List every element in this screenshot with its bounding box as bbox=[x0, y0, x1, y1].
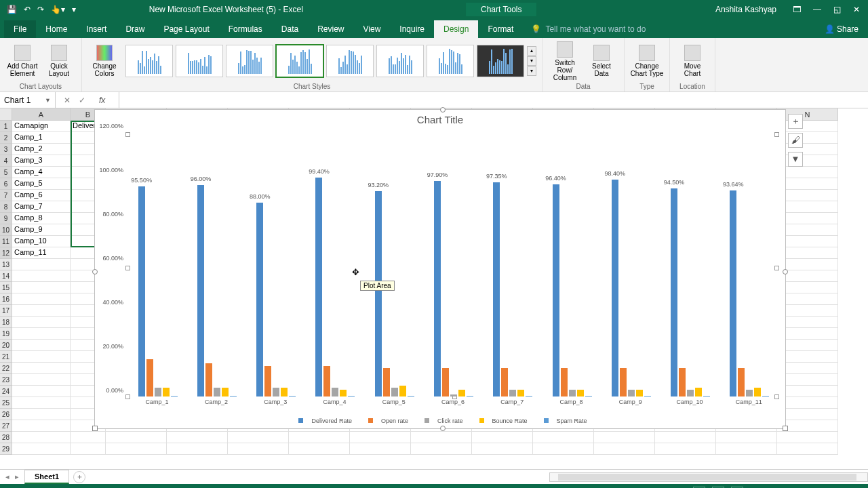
change-colors-button[interactable]: Change Colors bbox=[87, 41, 121, 81]
cell[interactable] bbox=[12, 270, 71, 282]
cell[interactable] bbox=[12, 293, 71, 305]
column-header[interactable]: A bbox=[12, 108, 71, 121]
cell[interactable]: Camp_2 bbox=[12, 144, 71, 155]
cell[interactable] bbox=[777, 236, 838, 247]
row-header[interactable]: 9 bbox=[0, 213, 12, 224]
gallery-down-button[interactable]: ▾ bbox=[527, 56, 536, 66]
row-header[interactable]: 11 bbox=[0, 236, 12, 247]
cell[interactable] bbox=[777, 317, 838, 328]
row-header[interactable]: 1 bbox=[0, 121, 12, 132]
cell[interactable] bbox=[777, 409, 838, 420]
row-header[interactable]: 6 bbox=[0, 178, 12, 190]
chart-style-thumb[interactable] bbox=[226, 45, 273, 77]
minimize-icon[interactable]: — bbox=[813, 5, 821, 14]
chart-style-thumb[interactable] bbox=[376, 45, 424, 77]
bar[interactable] bbox=[375, 191, 382, 396]
row-header[interactable]: 26 bbox=[0, 409, 12, 420]
legend-item[interactable]: Open rate bbox=[363, 418, 408, 424]
cell[interactable]: Camp_3 bbox=[12, 155, 71, 167]
user-name[interactable]: Anshita Kashyap bbox=[715, 5, 781, 14]
plot-area[interactable]: 95.50%96.00%88.00%99.40%93.20%97.90%97.3… bbox=[127, 134, 777, 397]
tab-format[interactable]: Format bbox=[478, 20, 523, 38]
chart-elements-button[interactable]: ＋ bbox=[788, 114, 803, 129]
bar[interactable] bbox=[391, 388, 398, 396]
chart-title[interactable]: Chart Title bbox=[95, 110, 785, 129]
tell-me-search[interactable]: 💡Tell me what you want to do bbox=[523, 20, 654, 38]
chart-style-thumb[interactable] bbox=[427, 45, 474, 77]
data-label[interactable]: 96.00% bbox=[191, 176, 212, 182]
bar[interactable] bbox=[442, 368, 449, 396]
bar[interactable] bbox=[315, 178, 322, 396]
bars[interactable]: 95.50%96.00%88.00%99.40%93.20%97.90%97.3… bbox=[128, 135, 776, 396]
gallery-more-button[interactable]: ▾ bbox=[527, 66, 536, 76]
data-label[interactable]: 88.00% bbox=[250, 193, 271, 200]
x-tick-label[interactable]: Camp_5 bbox=[382, 399, 406, 405]
select-data-button[interactable]: Select Data bbox=[585, 41, 618, 81]
row-header[interactable]: 12 bbox=[0, 247, 12, 259]
data-label[interactable]: 98.40% bbox=[605, 170, 626, 177]
bar[interactable] bbox=[399, 386, 406, 396]
horizontal-scrollbar[interactable] bbox=[549, 472, 868, 482]
bar[interactable] bbox=[569, 390, 576, 396]
cell[interactable]: Camp_1 bbox=[12, 132, 71, 144]
maximize-icon[interactable]: ◱ bbox=[833, 5, 841, 14]
bar[interactable] bbox=[458, 390, 465, 396]
bar[interactable] bbox=[230, 396, 237, 396]
bar[interactable] bbox=[450, 394, 457, 396]
cell[interactable] bbox=[533, 432, 594, 443]
bar[interactable] bbox=[146, 359, 153, 396]
cell[interactable] bbox=[777, 432, 838, 443]
share-button[interactable]: 👤 Share bbox=[815, 20, 868, 38]
cell[interactable] bbox=[228, 432, 289, 443]
add-chart-element-button[interactable]: Add Chart Element bbox=[5, 41, 39, 81]
bar[interactable] bbox=[340, 390, 347, 396]
cell[interactable]: Camapign bbox=[12, 121, 71, 132]
row-header[interactable]: 23 bbox=[0, 374, 12, 386]
cell[interactable] bbox=[167, 432, 228, 443]
x-tick-label[interactable]: Camp_4 bbox=[323, 399, 346, 405]
cell[interactable] bbox=[777, 305, 838, 317]
bar[interactable] bbox=[434, 181, 441, 396]
x-tick-label[interactable]: Camp_9 bbox=[619, 399, 642, 405]
cell[interactable] bbox=[12, 432, 71, 443]
cell[interactable] bbox=[289, 443, 350, 455]
save-icon[interactable]: 💾 bbox=[7, 5, 17, 14]
cell[interactable] bbox=[12, 409, 71, 420]
bar[interactable] bbox=[671, 188, 677, 396]
row-header[interactable]: 29 bbox=[0, 443, 12, 455]
cell[interactable] bbox=[594, 432, 655, 443]
tab-inquire[interactable]: Inquire bbox=[390, 20, 434, 38]
cell[interactable] bbox=[12, 282, 71, 293]
tab-view[interactable]: View bbox=[354, 20, 391, 38]
bar[interactable] bbox=[730, 190, 736, 396]
data-label[interactable]: 97.35% bbox=[486, 173, 507, 180]
bar[interactable] bbox=[620, 368, 627, 396]
chart-object[interactable]: Chart Title 0.00%20.00%40.00%60.00%80.00… bbox=[94, 109, 786, 429]
bar[interactable] bbox=[214, 388, 220, 396]
bar[interactable] bbox=[383, 368, 390, 396]
y-axis[interactable]: 0.00%20.00%40.00%60.00%80.00%100.00%120.… bbox=[95, 134, 126, 397]
cell[interactable] bbox=[71, 432, 106, 443]
bar[interactable] bbox=[585, 396, 592, 396]
cell[interactable] bbox=[777, 167, 838, 178]
account-icon[interactable]: 🗖 bbox=[793, 5, 801, 14]
row-header[interactable]: 16 bbox=[0, 293, 12, 305]
move-chart-button[interactable]: Move Chart bbox=[675, 41, 709, 81]
bar[interactable] bbox=[138, 186, 145, 396]
row-header[interactable]: 4 bbox=[0, 155, 12, 167]
cell[interactable] bbox=[12, 340, 71, 351]
cell[interactable] bbox=[777, 144, 838, 155]
cell[interactable] bbox=[350, 443, 411, 455]
cell[interactable] bbox=[12, 351, 71, 363]
bar[interactable] bbox=[628, 390, 635, 396]
cell[interactable] bbox=[12, 317, 71, 328]
data-label[interactable]: 96.40% bbox=[545, 175, 566, 182]
bar[interactable] bbox=[577, 390, 584, 396]
bar[interactable] bbox=[762, 396, 769, 396]
bar[interactable] bbox=[754, 388, 761, 396]
bar[interactable] bbox=[264, 366, 271, 397]
legend-item[interactable]: Bounce Rate bbox=[474, 418, 528, 424]
fx-icon[interactable]: fx bbox=[94, 96, 111, 105]
bar[interactable] bbox=[332, 388, 338, 396]
cell[interactable] bbox=[472, 432, 533, 443]
